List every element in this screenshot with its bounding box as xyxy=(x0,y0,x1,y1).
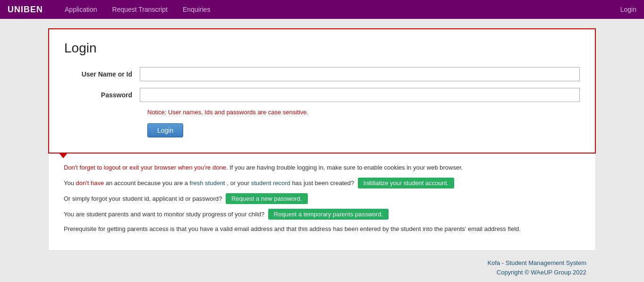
request-password-button[interactable]: Request a new password. xyxy=(226,193,308,204)
info-line2-text3: , or your xyxy=(227,179,251,187)
login-button[interactable]: Login xyxy=(147,123,183,137)
footer-line1: Kofa - Student Management System xyxy=(48,258,586,268)
info-line-3: Or simply forgot your student id, applic… xyxy=(64,193,580,204)
nav-application[interactable]: Application xyxy=(57,0,105,19)
info-line2-record: student record xyxy=(251,179,290,187)
info-line4-text: You are student parents and want to moni… xyxy=(64,211,264,218)
info-line1-part2: If you are having trouble logging in, ma… xyxy=(229,164,463,171)
box-arrow-indicator xyxy=(59,153,68,158)
login-box: Login User Name or Id Password Notice: U… xyxy=(48,28,596,154)
info-section: Don't forget to logout or exit your brow… xyxy=(48,154,596,251)
info-line2-dont-have: don't have xyxy=(76,179,104,187)
password-row: Password xyxy=(64,88,580,102)
navbar: UNIBEN Application Request Transcript En… xyxy=(0,0,644,19)
info-line2-text4: has just been created? xyxy=(292,179,354,187)
username-label: User Name or Id xyxy=(64,70,140,78)
page-wrapper: Login User Name or Id Password Notice: U… xyxy=(39,28,605,282)
info-line-5: Prerequisite for getting parents access … xyxy=(64,224,580,234)
footer: Kofa - Student Management System Copyrig… xyxy=(48,251,596,282)
initialize-account-button[interactable]: Initilialize your student account. xyxy=(358,178,455,188)
info-line1-part1: Don't forget to logout or exit your brow… xyxy=(64,164,228,171)
info-line-1: Don't forget to logout or exit your brow… xyxy=(64,163,580,173)
nav-enquiries[interactable]: Enquiries xyxy=(175,0,218,19)
nav-login-link[interactable]: Login xyxy=(620,6,636,13)
info-line2-fresh: fresh student xyxy=(190,179,225,187)
login-title: Login xyxy=(64,41,580,56)
info-line-2: You don't have an account because you ar… xyxy=(64,178,580,188)
brand-logo: UNIBEN xyxy=(8,5,43,15)
password-input[interactable] xyxy=(140,88,580,102)
parents-password-button[interactable]: Request a temporary parents password. xyxy=(268,209,389,220)
password-label: Password xyxy=(64,91,140,99)
info-line3-text: Or simply forgot your student id, applic… xyxy=(64,195,222,202)
footer-line2: Copyright © WAeUP Group 2022 xyxy=(48,268,586,278)
nav-request-transcript[interactable]: Request Transcript xyxy=(105,0,176,19)
notice-text: Notice: User names, Ids and passwords ar… xyxy=(147,109,580,116)
info-line-4: You are student parents and want to moni… xyxy=(64,209,580,220)
username-row: User Name or Id xyxy=(64,67,580,81)
info-line2-text2: an account because you are a xyxy=(106,179,190,187)
username-input[interactable] xyxy=(140,67,580,81)
info-line2-part1: You xyxy=(64,179,76,187)
